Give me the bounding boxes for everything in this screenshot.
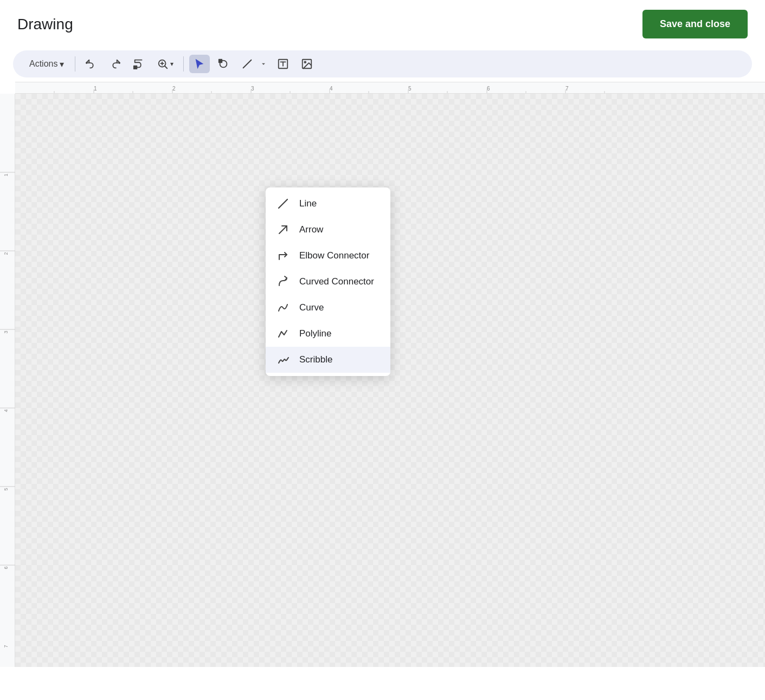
actions-button[interactable]: Actions ▾ <box>24 56 69 73</box>
insert-image-button[interactable] <box>297 55 317 73</box>
svg-text:3: 3 <box>251 86 254 92</box>
scribble-icon <box>275 352 291 367</box>
dropdown-item-curved-connector-label: Curved Connector <box>299 276 374 287</box>
dropdown-item-arrow[interactable]: Arrow <box>266 217 390 243</box>
polyline-icon <box>275 326 291 341</box>
dropdown-item-scribble-label: Scribble <box>299 354 332 365</box>
select-icon <box>194 58 205 70</box>
dropdown-item-arrow-label: Arrow <box>299 224 323 235</box>
undo-button[interactable] <box>81 55 101 73</box>
dropdown-item-elbow-connector[interactable]: Elbow Connector <box>266 243 390 269</box>
curve-icon <box>275 300 291 315</box>
ruler-top-svg: 1 2 3 4 5 6 7 <box>15 82 765 93</box>
svg-text:1: 1 <box>3 173 9 176</box>
actions-chevron-icon: ▾ <box>60 59 64 69</box>
svg-text:1: 1 <box>94 86 97 92</box>
toolbar: Actions ▾ ▾ <box>13 50 752 77</box>
svg-line-1 <box>165 66 168 68</box>
shape-button[interactable] <box>213 55 234 73</box>
select-button[interactable] <box>189 55 210 73</box>
save-close-button[interactable]: Save and close <box>642 10 748 38</box>
paint-format-icon <box>133 58 145 70</box>
dropdown-item-elbow-connector-label: Elbow Connector <box>299 250 369 261</box>
dropdown-item-polyline-label: Polyline <box>299 328 332 339</box>
svg-line-6 <box>243 60 252 68</box>
shape-icon <box>217 58 229 70</box>
line-dropdown-chevron-icon <box>260 60 267 68</box>
svg-text:6: 6 <box>3 566 9 569</box>
svg-point-11 <box>305 61 306 63</box>
dropdown-item-line-label: Line <box>299 198 317 209</box>
dropdown-menu: Line Arrow Elbow Connector <box>266 187 390 376</box>
canvas-white <box>15 94 765 667</box>
dropdown-item-curve[interactable]: Curve <box>266 295 390 321</box>
svg-text:3: 3 <box>3 330 9 333</box>
line-tool-group <box>237 55 269 73</box>
ruler-top: 1 2 3 4 5 6 7 <box>15 82 765 94</box>
curved-connector-icon <box>275 274 291 289</box>
text-box-button[interactable] <box>273 55 293 73</box>
dropdown-item-line[interactable]: Line <box>266 191 390 217</box>
line-button[interactable] <box>237 55 258 73</box>
svg-text:6: 6 <box>487 86 490 92</box>
line-tool-icon <box>241 58 253 70</box>
dropdown-item-curve-label: Curve <box>299 302 324 313</box>
elbow-connector-icon <box>275 248 291 263</box>
page-title: Drawing <box>17 16 73 33</box>
toolbar-divider-2 <box>183 56 184 72</box>
canvas-area: 1 2 3 4 5 6 7 <box>0 82 765 667</box>
svg-text:7: 7 <box>3 645 9 647</box>
svg-text:5: 5 <box>408 86 412 92</box>
svg-text:2: 2 <box>172 86 176 92</box>
canvas-content[interactable] <box>15 94 765 667</box>
dropdown-item-scribble[interactable]: Scribble <box>266 347 390 373</box>
line-icon <box>275 196 291 211</box>
line-dropdown-button[interactable] <box>258 57 269 71</box>
ruler-left-svg: 1 2 3 4 5 6 7 <box>0 94 15 679</box>
actions-label: Actions <box>29 59 57 69</box>
insert-image-icon <box>301 58 313 70</box>
zoom-icon <box>157 58 169 70</box>
arrow-icon <box>275 222 291 237</box>
svg-text:4: 4 <box>330 86 333 92</box>
redo-button[interactable] <box>105 55 125 73</box>
redo-icon <box>109 58 121 70</box>
svg-rect-5 <box>218 59 222 63</box>
header: Drawing Save and close <box>0 0 765 46</box>
zoom-chevron-icon: ▾ <box>170 60 173 68</box>
dropdown-item-polyline[interactable]: Polyline <box>266 321 390 347</box>
svg-text:7: 7 <box>565 86 569 92</box>
dropdown-item-curved-connector[interactable]: Curved Connector <box>266 269 390 295</box>
zoom-button[interactable]: ▾ <box>152 55 178 73</box>
svg-text:2: 2 <box>3 252 9 255</box>
toolbar-divider-1 <box>75 56 75 72</box>
svg-text:4: 4 <box>3 409 9 412</box>
undo-icon <box>85 58 97 70</box>
text-box-icon <box>277 58 289 70</box>
ruler-left: 1 2 3 4 5 6 7 <box>0 94 15 667</box>
svg-line-48 <box>279 199 287 208</box>
paint-format-button[interactable] <box>128 55 149 73</box>
svg-line-49 <box>279 226 287 234</box>
svg-text:5: 5 <box>3 488 9 490</box>
